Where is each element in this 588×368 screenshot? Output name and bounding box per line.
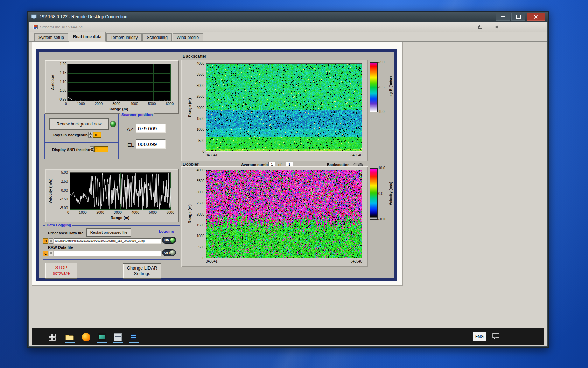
taskbar-data-app[interactable] [127,330,141,344]
rdp-maximize-button[interactable] [511,13,525,21]
tick-label: -5.00 [60,206,68,210]
rays-stepper[interactable] [88,132,92,138]
speech-bubble-icon [492,333,499,339]
rdp-window-title: 192.168.0.122 - Remote Desktop Connectio… [40,14,496,19]
renew-background-button[interactable]: Renew background now [49,118,109,130]
stop-button-line2: software [52,271,70,276]
velocity-x-axis-label: Range (m) [70,216,170,220]
tick-label: 2500 [197,201,204,205]
image-viewer-icon [98,333,106,341]
taskbar-image-viewer[interactable] [95,330,109,344]
tab-real-time-data[interactable]: Real time data [69,32,106,42]
raw-data-file-path[interactable] [54,251,161,256]
tick-label: 0.00 [61,189,68,192]
language-indicator[interactable]: ENG [473,332,486,341]
taskbar-file-explorer[interactable] [63,330,77,344]
tick-label: 0 [202,150,204,154]
processed-drive-icon[interactable]: C [43,238,48,244]
doppler-x-end: 843540 [351,259,362,263]
tick-label: 1000 [77,102,85,106]
processed-browse-icon[interactable] [49,238,53,244]
backscatter-x-start: 843041 [206,153,217,157]
tab-temp-humidity[interactable]: Temp/humidity [106,33,142,41]
app-titlebar[interactable]: StreamLine XR v14-6.vi [29,22,547,32]
backscatter-x-end: 843540 [351,153,362,157]
app-close-button[interactable] [491,24,502,30]
app-minimize-button[interactable] [458,24,469,30]
vi-app-icon [33,25,38,29]
data-app-icon [130,333,138,341]
stop-button-line1: STOP [55,265,67,271]
tick-label: 0.0 [378,192,383,196]
app-window-title: StreamLine XR v14-6.vi [40,25,82,29]
data-logging-label: Data Logging [46,223,72,227]
rdp-close-button[interactable] [527,13,545,21]
velocity-y-axis-label: Velocity (m/s) [48,179,52,204]
maximize-icon [516,15,521,19]
ascope-x-axis-label: Range (m) [67,107,170,111]
raw-drive-icon[interactable]: C [43,251,48,256]
backscatter-y-ticks: 40003500300025002000150010005000 [194,62,204,154]
tick-label: 10.0 [378,166,385,170]
tick-label: 4000 [197,62,204,66]
processed-logging-toggle[interactable]: ON [162,237,176,244]
windows-start-icon [49,334,56,341]
raw-logging-toggle[interactable]: OFF [162,249,176,256]
increment-icon[interactable] [90,146,94,149]
tick-label: 2000 [197,212,204,216]
tick-label: -3.0 [378,60,384,64]
toggle-state-label: ON [164,238,169,242]
tick-label: 2000 [95,102,103,106]
processed-data-file-label: Processed Data file [48,231,84,235]
doppler-y-axis-label: Range (m) [188,204,192,223]
snr-threshold-field[interactable]: 1 [94,146,108,152]
tick-label: 1.20 [60,62,66,66]
decrement-icon[interactable] [88,135,92,138]
doppler-colorbar [370,168,378,220]
stop-software-button[interactable]: STOP software [45,263,77,279]
off-lamp-icon [170,250,175,255]
restart-processed-file-button[interactable]: Restart processed file [86,228,131,237]
change-button-line1: Change LiDAR [127,265,158,271]
tick-label: -8.0 [378,110,384,114]
close-icon [495,25,498,29]
increment-icon[interactable] [88,132,92,135]
tick-label: 1000 [197,128,204,131]
rays-in-background-field[interactable]: 10 [93,132,101,138]
change-lidar-settings-button[interactable]: Change LiDAR Settings [123,263,161,279]
tick-label: 2.50 [61,179,68,183]
tick-label: 1.05 [60,89,66,93]
remote-desktop: StreamLine XR v14-6.vi System setup Real… [29,22,547,346]
taskbar-scan-scheduler[interactable] [111,330,125,344]
notification-center-button[interactable] [492,333,499,341]
tick-label: -5.5 [378,85,384,89]
tick-label: 1.10 [60,80,66,84]
processed-data-file-path[interactable]: C:\Lidar\Data\Proc\2023\202309\20230910\… [54,238,161,244]
rdp-minimize-button[interactable] [496,13,510,21]
decrement-icon[interactable] [90,150,94,152]
raw-browse-icon[interactable] [49,251,53,256]
tab-system-setup[interactable]: System setup [34,33,68,41]
tick-label: 500 [198,245,204,249]
tick-label: 3500 [197,179,204,183]
ascope-graph-frame: A-scope 1.201.151.101.050.99 01000200030… [45,60,179,114]
tick-label: 6000 [167,211,174,214]
azimuth-field[interactable]: 079.009 [136,124,166,133]
tab-wind-profile[interactable]: Wind profile [173,33,203,41]
app-restore-button[interactable] [475,24,485,30]
backscatter-x-ticks: 843041 843540 [206,153,362,157]
backscatter-graph-frame: Range (m) 400035003000250020001500100050… [181,60,368,161]
scanner-position-group-box [119,115,178,159]
taskbar-firefox[interactable] [79,330,93,344]
start-button[interactable] [45,330,59,344]
rdp-titlebar[interactable]: 192.168.0.122 - Remote Desktop Connectio… [28,12,548,22]
remote-taskbar: ENG [32,328,544,345]
tick-label: 1500 [197,223,204,227]
snr-stepper[interactable] [90,146,94,152]
elevation-field[interactable]: 000.099 [136,139,166,149]
tab-scheduling[interactable]: Scheduling [142,33,172,41]
tick-label: 4000 [130,102,138,106]
close-icon [534,15,538,19]
tick-label: 2000 [96,211,104,214]
tick-label: 3000 [197,190,204,194]
